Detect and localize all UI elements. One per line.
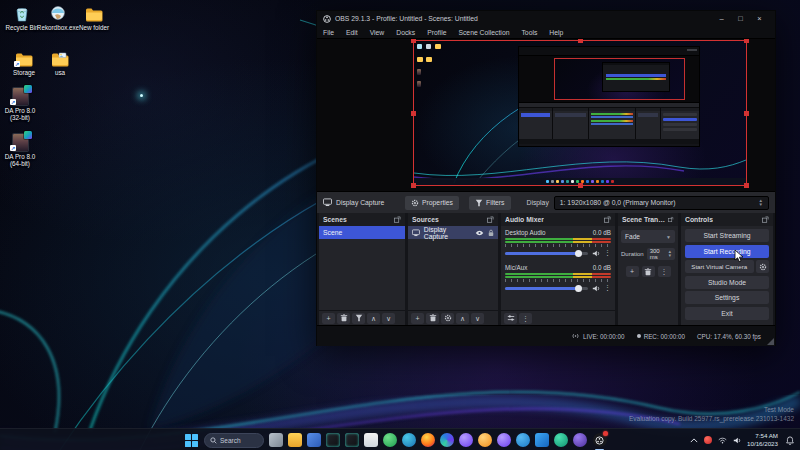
start-button[interactable]	[184, 433, 199, 448]
filters-button[interactable]: Filters	[469, 196, 511, 210]
channel-menu-button[interactable]: ⋮	[604, 249, 611, 257]
visibility-eye-icon[interactable]	[475, 230, 484, 236]
obs-taskbar-button[interactable]	[592, 433, 607, 448]
speaker-icon[interactable]	[592, 285, 600, 292]
browser-button[interactable]	[402, 433, 416, 447]
scene-item[interactable]: Scene	[319, 226, 405, 239]
maximize-button[interactable]: □	[731, 11, 750, 26]
github-desktop-button[interactable]	[573, 433, 587, 447]
display-select[interactable]: 1: 1920x1080 @ 0,0 (Primary Monitor) ▲▼	[554, 196, 769, 210]
add-scene-button[interactable]: +	[322, 313, 335, 324]
menu-help[interactable]: Help	[543, 29, 569, 36]
resize-handle[interactable]	[411, 111, 416, 116]
settings-button[interactable]: Settings	[685, 291, 769, 304]
app-button[interactable]	[497, 433, 511, 447]
resize-handle[interactable]	[411, 39, 416, 43]
popout-icon[interactable]	[394, 216, 401, 223]
popout-icon[interactable]	[668, 216, 674, 223]
minimize-button[interactable]: –	[712, 11, 731, 26]
desktop-icon-recycle-bin[interactable]: Recycle Bin	[4, 5, 40, 31]
duration-spinner[interactable]: 300 ms ▲▼	[647, 248, 675, 260]
menu-edit[interactable]: Edit	[340, 29, 364, 36]
resize-handle[interactable]	[578, 39, 583, 43]
taskbar-search[interactable]: Search	[204, 433, 264, 448]
menu-profile[interactable]: Profile	[421, 29, 452, 36]
spinner-arrows-icon[interactable]: ▲▼	[759, 199, 763, 207]
notification-bell-button[interactable]	[784, 434, 796, 446]
app-button[interactable]	[326, 433, 340, 447]
scene-up-button[interactable]: ∧	[367, 313, 380, 324]
mini-desktop-icon	[417, 57, 423, 62]
app-button[interactable]	[383, 433, 397, 447]
tray-recording-icon[interactable]	[704, 436, 712, 444]
app-button[interactable]	[345, 433, 359, 447]
mixer-menu-button[interactable]: ⋮	[519, 313, 532, 324]
desktop-icon-dapro-32[interactable]: ↗ DA Pro 8.0 (32-bit)	[2, 88, 38, 121]
desktop-icon-dapro-64[interactable]: ↗ DA Pro 8.0 (64-bit)	[2, 134, 38, 167]
desktop-icon-new-folder[interactable]: New folder	[76, 5, 112, 31]
scene-filters-button[interactable]	[352, 313, 365, 324]
settings-app-button[interactable]	[307, 433, 321, 447]
source-up-button[interactable]: ∧	[456, 313, 469, 324]
add-source-button[interactable]: +	[411, 313, 424, 324]
menu-docks[interactable]: Docks	[390, 29, 421, 36]
wifi-icon[interactable]	[718, 437, 727, 444]
lock-icon[interactable]	[488, 229, 494, 237]
file-explorer-button[interactable]	[288, 433, 302, 447]
exit-button[interactable]: Exit	[685, 307, 769, 320]
app-button[interactable]	[554, 433, 568, 447]
desktop-icon-usa[interactable]: usa	[42, 50, 78, 76]
task-view-button[interactable]	[269, 433, 283, 447]
popout-icon[interactable]	[604, 216, 611, 223]
resize-handle[interactable]	[744, 183, 749, 188]
firefox-button[interactable]	[421, 433, 435, 447]
popout-icon[interactable]	[762, 216, 769, 223]
remove-source-button[interactable]	[426, 313, 439, 324]
obs-titlebar[interactable]: OBS 29.1.3 - Profile: Untitled - Scenes:…	[317, 11, 775, 26]
studio-mode-button[interactable]: Studio Mode	[685, 276, 769, 289]
resize-handle[interactable]	[744, 111, 749, 116]
channel-menu-button[interactable]: ⋮	[604, 284, 611, 292]
properties-button[interactable]: Properties	[405, 196, 459, 210]
volume-icon[interactable]	[733, 437, 741, 444]
app-button[interactable]	[459, 433, 473, 447]
remove-transition-button[interactable]	[642, 266, 655, 277]
telegram-button[interactable]	[516, 433, 530, 447]
menu-scene-collection[interactable]: Scene Collection	[452, 29, 515, 36]
add-transition-button[interactable]: +	[626, 266, 639, 277]
speaker-icon[interactable]	[592, 250, 600, 257]
transition-select[interactable]: Fade ▼	[621, 230, 675, 243]
app-button[interactable]	[478, 433, 492, 447]
desktop-icon-storage[interactable]: ↗ Storage	[6, 50, 42, 76]
scene-down-button[interactable]: ∨	[382, 313, 395, 324]
source-properties-button[interactable]	[441, 313, 454, 324]
desktop-icon-app[interactable]: Rekordbox.exe	[40, 5, 76, 31]
display-capture-selection[interactable]	[414, 41, 746, 185]
spinner-arrows-icon[interactable]: ▲▼	[668, 250, 672, 258]
transition-menu-button[interactable]: ⋮	[658, 266, 671, 277]
resize-grip[interactable]	[767, 338, 774, 345]
menu-view[interactable]: View	[364, 29, 391, 36]
advanced-audio-button[interactable]	[504, 313, 517, 324]
preview-canvas[interactable]	[317, 39, 775, 191]
virtual-camera-config-button[interactable]	[756, 260, 769, 273]
volume-slider[interactable]	[505, 287, 588, 290]
tray-chevron-up-icon[interactable]	[690, 438, 698, 443]
tray-clock[interactable]: 7:54 AM 10/16/2023	[747, 432, 778, 448]
volume-slider[interactable]	[505, 252, 588, 255]
resize-handle[interactable]	[744, 39, 749, 43]
vscode-button[interactable]	[535, 433, 549, 447]
start-streaming-button[interactable]: Start Streaming	[685, 229, 769, 242]
microsoft-store-button[interactable]	[364, 433, 378, 447]
source-down-button[interactable]: ∨	[471, 313, 484, 324]
popout-icon[interactable]	[487, 216, 494, 223]
close-button[interactable]: ×	[750, 11, 769, 26]
remove-scene-button[interactable]	[337, 313, 350, 324]
menu-tools[interactable]: Tools	[515, 29, 543, 36]
source-item[interactable]: Display Capture	[408, 226, 498, 239]
resize-handle[interactable]	[578, 183, 583, 188]
edge-button[interactable]	[440, 433, 454, 447]
start-recording-button[interactable]: Start Recording	[685, 245, 769, 258]
menu-file[interactable]: File	[317, 29, 340, 36]
resize-handle[interactable]	[411, 183, 416, 188]
